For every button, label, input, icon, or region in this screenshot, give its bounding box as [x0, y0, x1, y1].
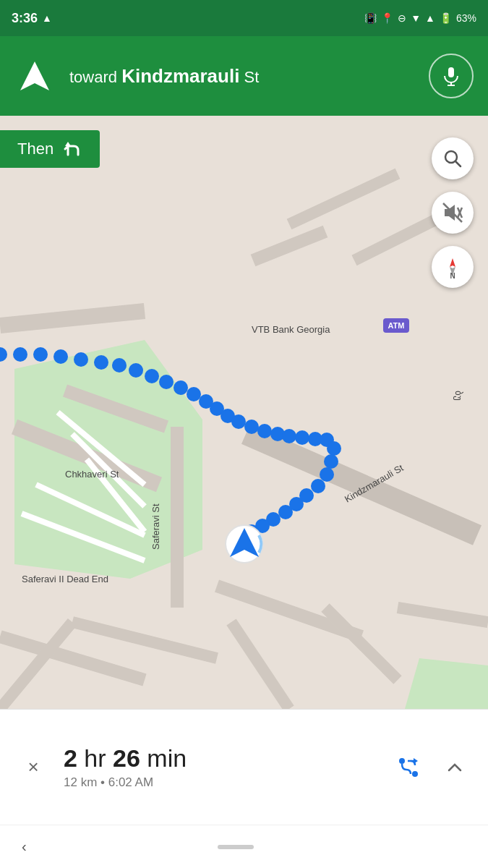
battery-percent: 63% — [456, 12, 476, 24]
svg-point-35 — [145, 369, 159, 383]
direction-arrow — [14, 56, 55, 96]
gps-icon: ▲ — [42, 12, 52, 24]
bottom-panel: × 2 hr 26 min 12 km • 6:02 AM — [0, 709, 488, 825]
bottom-nav-bar: ‹ — [0, 825, 488, 868]
street-name-bold: Kindzmarauli — [121, 65, 239, 87]
svg-point-76 — [412, 771, 418, 777]
route-info: 2 hr 26 min 12 km • 6:02 AM — [49, 744, 393, 790]
svg-text:N: N — [450, 272, 455, 278]
svg-point-75 — [399, 758, 405, 764]
bank-label: VTB Bank Georgia — [252, 324, 330, 335]
signal-icon: ▲ — [425, 12, 435, 24]
svg-point-47 — [295, 430, 309, 445]
svg-marker-72 — [450, 258, 455, 267]
svg-marker-66 — [65, 142, 71, 146]
battery-icon: 🔋 — [440, 12, 452, 24]
compass-button[interactable]: N — [432, 246, 474, 288]
svg-point-50 — [327, 441, 341, 456]
mute-button[interactable] — [432, 192, 474, 234]
svg-point-42 — [231, 414, 246, 429]
saferavi-label: Saferavi St — [150, 503, 161, 550]
status-icons: 📳 📍 ⊖ ▼ ▲ 🔋 63% — [364, 12, 476, 24]
svg-point-29 — [33, 347, 48, 362]
mic-button[interactable] — [429, 54, 474, 98]
routes-button[interactable] — [393, 752, 424, 783]
close-button[interactable]: × — [17, 752, 49, 783]
chevron-up-icon — [445, 757, 465, 778]
svg-marker-78 — [414, 758, 418, 764]
donotdisturb-icon: ⊖ — [398, 12, 406, 24]
route-actions — [393, 752, 471, 783]
destination-text: toward Kindzmarauli St — [69, 65, 414, 88]
back-button[interactable]: ‹ — [22, 838, 27, 855]
svg-point-30 — [53, 349, 68, 364]
nav-pill — [218, 845, 254, 849]
turn-left-icon — [62, 139, 82, 159]
chkhaveri-label: Chkhaveri St — [65, 469, 119, 480]
svg-point-37 — [174, 380, 188, 395]
hour-unit: hr — [77, 744, 113, 772]
vibrate-icon: 📳 — [364, 12, 377, 24]
close-icon: × — [27, 756, 38, 778]
svg-point-38 — [187, 387, 201, 401]
svg-point-34 — [129, 363, 143, 378]
location-icon: 📍 — [381, 12, 393, 24]
separator: • — [100, 775, 108, 789]
search-button[interactable] — [432, 137, 474, 179]
svg-point-32 — [94, 355, 108, 370]
svg-marker-6 — [405, 658, 488, 709]
search-icon — [442, 148, 463, 169]
svg-point-56 — [278, 505, 293, 519]
svg-line-68 — [455, 161, 461, 166]
then-label: Then — [17, 140, 53, 158]
status-bar: 3:36 ▲ 📳 📍 ⊖ ▼ ▲ 🔋 63% — [0, 0, 488, 36]
svg-text:ბუ: ბუ — [453, 391, 464, 401]
expand-button[interactable] — [439, 752, 471, 783]
svg-point-31 — [74, 352, 88, 367]
map-svg: VTB Bank Georgia ATM Kindzmarauli St Chk… — [0, 116, 488, 709]
eta-value: 6:02 AM — [108, 775, 153, 789]
status-time: 3:36 ▲ — [12, 11, 52, 26]
svg-point-46 — [282, 429, 296, 443]
minutes-value: 26 — [113, 744, 140, 772]
route-time: 2 hr 26 min — [64, 744, 378, 773]
minute-unit: min — [140, 744, 187, 772]
hours-value: 2 — [64, 744, 77, 772]
mute-icon — [442, 202, 463, 224]
svg-point-44 — [257, 424, 272, 438]
street-name-suffix: St — [239, 68, 259, 86]
compass-icon: N — [441, 255, 464, 278]
wifi-icon: ▼ — [411, 12, 421, 24]
map-container[interactable]: VTB Bank Georgia ATM Kindzmarauli St Chk… — [0, 116, 488, 709]
route-details: 12 km • 6:02 AM — [64, 775, 378, 790]
svg-text:ATM: ATM — [388, 321, 404, 330]
svg-marker-0 — [20, 61, 49, 90]
svg-rect-1 — [448, 67, 454, 77]
svg-point-28 — [13, 347, 27, 362]
navigation-header: toward Kindzmarauli St — [0, 36, 488, 116]
routes-icon — [396, 755, 421, 780]
distance-value: 12 km — [64, 775, 97, 789]
saferavi2-label: Saferavi II Dead End — [22, 574, 108, 584]
time-display: 3:36 — [12, 11, 38, 26]
svg-point-51 — [324, 454, 338, 469]
svg-point-43 — [244, 420, 259, 434]
svg-point-33 — [112, 358, 127, 373]
svg-point-53 — [311, 479, 325, 493]
toward-label: toward — [69, 68, 121, 86]
svg-point-52 — [320, 467, 334, 482]
svg-point-36 — [159, 375, 174, 389]
then-banner: Then — [0, 130, 100, 168]
